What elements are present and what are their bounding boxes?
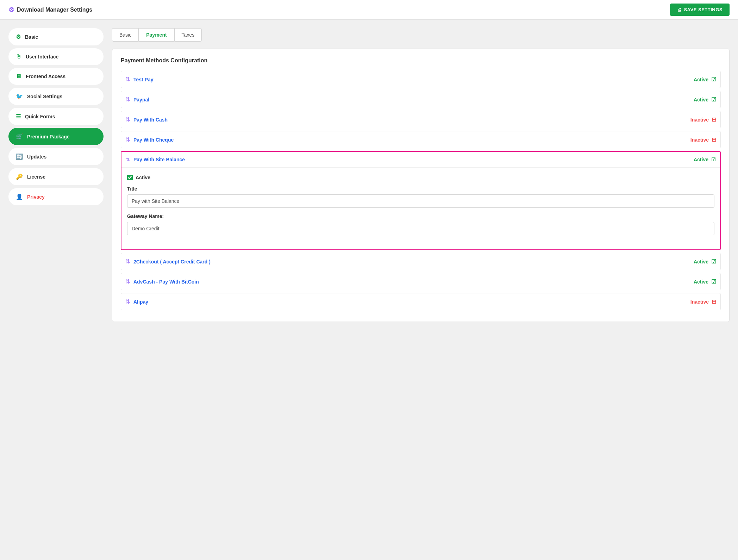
expanded-body: Active Title Gateway Name: <box>121 167 720 249</box>
tabs: Basic Payment Taxes <box>112 28 730 42</box>
active-checkbox[interactable] <box>127 175 133 180</box>
cursor-icon: 🖱 <box>16 54 21 60</box>
save-settings-button[interactable]: 🖨 SAVE SETTINGS <box>670 4 730 16</box>
checkbox-checked-icon: ☑ <box>711 258 716 265</box>
list-icon: ☰ <box>16 113 21 120</box>
content-area: Basic Payment Taxes Payment Methods Conf… <box>112 28 730 552</box>
sidebar-item-updates[interactable]: 🔄 Updates <box>8 148 104 165</box>
gateway-field-group: Gateway Name: <box>127 213 714 235</box>
gateway-label: Gateway Name: <box>127 213 714 219</box>
cart-icon: 🛒 <box>16 133 23 140</box>
checkbox-checked-icon: ☑ <box>711 278 716 285</box>
checkbox-minus-icon: ⊟ <box>712 116 716 123</box>
sidebar-item-user-interface[interactable]: 🖱 User Interface <box>8 48 104 65</box>
tab-payment[interactable]: Payment <box>139 28 174 42</box>
checkbox-checked-icon: ☑ <box>711 76 716 83</box>
sort-icon: ⇅ <box>125 298 130 305</box>
tab-basic[interactable]: Basic <box>112 28 139 42</box>
title-input[interactable] <box>127 194 714 208</box>
person-icon: 👤 <box>16 193 23 200</box>
expanded-header[interactable]: ⇅ Pay With Site Balance Active ☑ <box>121 152 720 167</box>
card-title: Payment Methods Configuration <box>121 57 721 64</box>
title-field-group: Title <box>127 186 714 208</box>
save-icon: 🖨 <box>677 7 682 12</box>
gateway-input[interactable] <box>127 222 714 235</box>
payment-row-pay-with-cheque[interactable]: ⇅ Pay With Cheque Inactive ⊟ <box>121 131 721 148</box>
sort-icon: ⇅ <box>125 76 130 83</box>
payment-row-2checkout[interactable]: ⇅ 2Checkout ( Accept Credit Card ) Activ… <box>121 253 721 270</box>
payment-row-alipay[interactable]: ⇅ Alipay Inactive ⊟ <box>121 293 721 310</box>
page-title: ⚙ Download Manager Settings <box>8 6 92 14</box>
payment-row-pay-with-site-balance: ⇅ Pay With Site Balance Active ☑ Active … <box>121 151 721 250</box>
sort-icon: ⇅ <box>125 278 130 285</box>
sidebar: ⚙ Basic 🖱 User Interface 🖥 Frontend Acce… <box>8 28 104 552</box>
checkbox-checked-icon: ☑ <box>711 157 716 162</box>
sidebar-item-license[interactable]: 🔑 License <box>8 168 104 185</box>
active-checkbox-row: Active <box>127 175 714 180</box>
sidebar-item-frontend-access[interactable]: 🖥 Frontend Access <box>8 68 104 85</box>
sidebar-item-quick-forms[interactable]: ☰ Quick Forms <box>8 108 104 125</box>
sort-icon: ⇅ <box>126 157 130 162</box>
sidebar-item-privacy[interactable]: 👤 Privacy <box>8 188 104 205</box>
sidebar-item-premium-package[interactable]: 🛒 Premium Package <box>8 128 104 145</box>
sort-icon: ⇅ <box>125 116 130 123</box>
main-layout: ⚙ Basic 🖱 User Interface 🖥 Frontend Acce… <box>0 20 738 560</box>
payment-row-advcash[interactable]: ⇅ AdvCash - Pay With BitCoin Active ☑ <box>121 273 721 290</box>
payment-row-test-pay[interactable]: ⇅ Test Pay Active ☑ <box>121 71 721 88</box>
twitter-icon: 🐦 <box>16 93 23 100</box>
monitor-icon: 🖥 <box>16 73 21 80</box>
gear-icon: ⚙ <box>16 33 21 40</box>
payment-row-paypal[interactable]: ⇅ Paypal Active ☑ <box>121 91 721 108</box>
gear-icon: ⚙ <box>8 6 14 14</box>
refresh-icon: 🔄 <box>16 153 23 160</box>
active-label: Active <box>136 175 150 180</box>
sidebar-item-social-settings[interactable]: 🐦 Social Settings <box>8 88 104 105</box>
checkbox-minus-icon: ⊟ <box>712 298 716 305</box>
sort-icon: ⇅ <box>125 258 130 265</box>
title-label: Title <box>127 186 714 192</box>
tab-taxes[interactable]: Taxes <box>174 28 202 42</box>
sidebar-item-basic[interactable]: ⚙ Basic <box>8 28 104 45</box>
checkbox-minus-icon: ⊟ <box>712 136 716 143</box>
payment-row-pay-with-cash[interactable]: ⇅ Pay With Cash Inactive ⊟ <box>121 111 721 128</box>
sort-icon: ⇅ <box>125 136 130 143</box>
key-icon: 🔑 <box>16 173 23 180</box>
payment-config-card: Payment Methods Configuration ⇅ Test Pay… <box>112 49 730 322</box>
sort-icon: ⇅ <box>125 96 130 103</box>
checkbox-checked-icon: ☑ <box>711 96 716 103</box>
top-bar: ⚙ Download Manager Settings 🖨 SAVE SETTI… <box>0 0 738 20</box>
